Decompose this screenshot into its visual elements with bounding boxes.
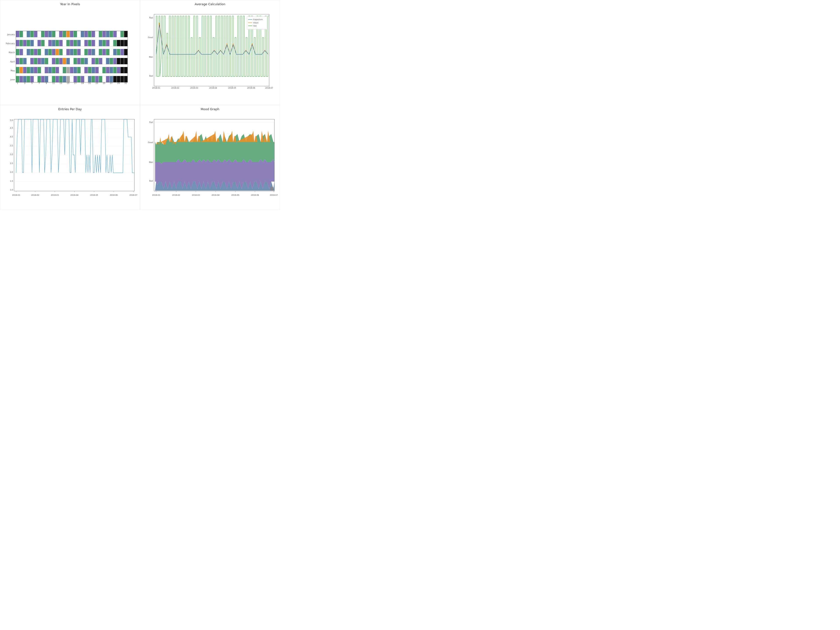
cell bbox=[81, 49, 84, 55]
x-label: 2018-04 bbox=[70, 194, 79, 196]
cell bbox=[124, 49, 127, 55]
cell bbox=[99, 40, 102, 46]
cell bbox=[30, 58, 34, 64]
cell bbox=[110, 58, 113, 64]
gray-patch bbox=[270, 187, 273, 191]
x-label: 2018-02 bbox=[31, 194, 39, 196]
cell bbox=[113, 67, 117, 73]
y-label: 1.0 bbox=[10, 189, 13, 191]
cell bbox=[45, 58, 48, 64]
cell bbox=[30, 76, 34, 82]
cell bbox=[34, 49, 37, 55]
cell bbox=[103, 49, 106, 55]
cell bbox=[23, 49, 27, 55]
cell bbox=[88, 67, 91, 73]
y-label: 2.0 bbox=[10, 171, 13, 173]
legend-raw: raw bbox=[253, 25, 257, 27]
cell bbox=[41, 40, 44, 46]
y-label: 3.0 bbox=[10, 153, 13, 156]
cell bbox=[81, 76, 84, 82]
x-label: 2018-04 bbox=[209, 87, 217, 89]
cell bbox=[92, 40, 95, 46]
cell bbox=[88, 31, 91, 37]
cell bbox=[92, 58, 95, 64]
day-label: 7 bbox=[38, 82, 40, 84]
x-label: 2018-01 bbox=[152, 87, 160, 89]
cell bbox=[74, 49, 77, 55]
cell bbox=[70, 40, 73, 46]
entries-per-day-chart: 1.0 1.5 2.0 2.5 3.0 3.5 4.0 4.5 5.0 bbox=[2, 112, 137, 207]
day-label: 3 bbox=[24, 82, 25, 84]
cell bbox=[70, 76, 73, 82]
cell bbox=[23, 40, 27, 46]
cell bbox=[70, 31, 73, 37]
cell bbox=[16, 31, 19, 37]
x-label: 2018-03 bbox=[51, 194, 58, 196]
average-calculation-title: Average Calculation bbox=[142, 2, 278, 6]
cell bbox=[30, 67, 34, 73]
cell bbox=[41, 49, 44, 55]
mood-graph-svg: Rad Good Meh Bad bbox=[142, 112, 278, 207]
year-in-pixels-svg: January February March April May June bbox=[2, 7, 137, 102]
cell bbox=[95, 58, 98, 64]
cell bbox=[27, 31, 30, 37]
cell bbox=[120, 31, 124, 37]
cell bbox=[88, 49, 91, 55]
cell bbox=[84, 76, 88, 82]
cell bbox=[124, 58, 127, 64]
cell bbox=[113, 58, 117, 64]
cell bbox=[27, 76, 30, 82]
y-label-bad: Bad bbox=[149, 180, 153, 182]
day-label: 15 bbox=[67, 82, 69, 84]
cell bbox=[113, 76, 117, 82]
entries-per-day-panel: Entries Per Day 1.0 1.5 2.0 2.5 3.0 3.5 … bbox=[0, 105, 140, 210]
cell bbox=[52, 58, 55, 64]
cell bbox=[81, 67, 84, 73]
cell bbox=[103, 67, 106, 73]
y-label: 4.0 bbox=[10, 136, 13, 138]
cell bbox=[74, 76, 77, 82]
y-label: 3.5 bbox=[10, 145, 13, 147]
y-label-rad: Rad bbox=[149, 17, 153, 19]
cell bbox=[55, 58, 59, 64]
month-label-feb: February bbox=[6, 42, 15, 45]
cell bbox=[63, 58, 66, 64]
cell bbox=[84, 31, 88, 37]
cell bbox=[16, 58, 19, 64]
year-in-pixels-panel: Year In Pixels January February March Ap… bbox=[0, 0, 140, 105]
cell bbox=[77, 76, 81, 82]
cell bbox=[110, 31, 113, 37]
cell bbox=[92, 76, 95, 82]
x-label: 2018-02 bbox=[171, 87, 179, 89]
legend-mean: mean bbox=[253, 22, 259, 24]
cell bbox=[113, 49, 117, 55]
cell bbox=[52, 40, 55, 46]
cell bbox=[30, 31, 34, 37]
cell bbox=[99, 76, 102, 82]
month-label-may: May bbox=[11, 69, 15, 72]
cell bbox=[99, 49, 102, 55]
cell bbox=[59, 49, 63, 55]
mood-graph-title: Mood Graph bbox=[142, 107, 278, 111]
cell bbox=[120, 67, 124, 73]
cell bbox=[106, 49, 109, 55]
cell bbox=[74, 40, 77, 46]
cell bbox=[59, 76, 63, 82]
y-label: 4.5 bbox=[10, 127, 13, 129]
day-label: 17 bbox=[74, 82, 77, 84]
cell bbox=[106, 76, 109, 82]
cell bbox=[117, 58, 120, 64]
cell bbox=[52, 76, 55, 82]
cell bbox=[27, 67, 30, 73]
cell bbox=[19, 31, 23, 37]
cell bbox=[59, 67, 63, 73]
cell bbox=[70, 67, 73, 73]
day-label: 31 bbox=[125, 82, 127, 84]
cell bbox=[59, 40, 63, 46]
average-calculation-panel: Average Calculation Rad Good Meh Bad bbox=[140, 0, 280, 105]
cell bbox=[55, 76, 59, 82]
legend-trapezium: trapezium bbox=[253, 18, 263, 21]
y-label: 1.5 bbox=[10, 180, 13, 182]
cell bbox=[38, 76, 41, 82]
cell bbox=[74, 67, 77, 73]
